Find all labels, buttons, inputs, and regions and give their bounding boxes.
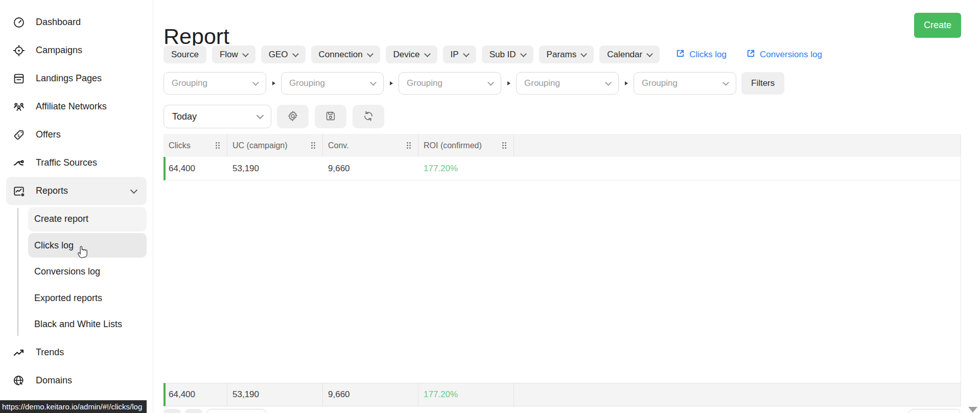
filter-chip-source[interactable]: Source bbox=[164, 45, 206, 63]
column-header-spacer bbox=[514, 134, 961, 157]
refresh-button[interactable] bbox=[353, 105, 384, 128]
table-row[interactable]: 64,400 53,190 9,660 177.20% bbox=[164, 157, 961, 180]
sidebar-item-dashboard[interactable]: Dashboard bbox=[0, 8, 153, 36]
external-link-icon bbox=[746, 49, 756, 61]
globe-cursor-icon bbox=[12, 374, 26, 387]
sidebar-item-label: Landings Pages bbox=[36, 73, 102, 84]
dashboard-gauge-icon bbox=[12, 16, 26, 29]
grouping-select-4[interactable]: Grouping bbox=[516, 72, 619, 95]
grouping-select-5[interactable]: Grouping bbox=[634, 72, 736, 95]
clicks-log-link[interactable]: Clicks log bbox=[675, 49, 727, 61]
chip-label: Connection bbox=[319, 50, 363, 60]
chevron-down-icon bbox=[722, 79, 729, 86]
chevron-down-icon bbox=[252, 79, 259, 86]
drag-handle-icon[interactable] bbox=[311, 142, 316, 149]
report-settings-button[interactable] bbox=[277, 105, 309, 128]
sidebar-item-conversions-log[interactable]: Conversions log bbox=[28, 260, 147, 284]
drag-handle-icon[interactable] bbox=[215, 142, 220, 149]
link-label: Clicks log bbox=[689, 50, 727, 60]
pagination-next-button[interactable] bbox=[185, 409, 202, 413]
chevron-down-icon bbox=[370, 79, 377, 86]
sidebar-subitem-label: Exported reports bbox=[34, 293, 102, 304]
chevron-down-icon bbox=[646, 51, 653, 57]
pagination-prev-button[interactable] bbox=[164, 409, 181, 413]
target-icon bbox=[12, 44, 26, 57]
chevron-down-icon bbox=[424, 51, 431, 57]
grouping-select-3[interactable]: Grouping bbox=[399, 72, 501, 95]
column-label: Conv. bbox=[323, 141, 349, 150]
filter-chip-params[interactable]: Params bbox=[539, 45, 594, 63]
chevron-down-icon bbox=[367, 51, 374, 57]
report-chart-gear-icon bbox=[12, 185, 26, 198]
chip-label: Flow bbox=[220, 50, 238, 60]
cell-uc-campaign: 53,190 bbox=[227, 157, 323, 180]
chevron-down-icon bbox=[292, 51, 299, 57]
cell-conv: 9,660 bbox=[323, 157, 418, 180]
sidebar-item-affiliate-networks[interactable]: Affiliate Networks bbox=[0, 93, 153, 121]
submenu-guide-line bbox=[17, 208, 18, 336]
date-range-select[interactable]: Today bbox=[164, 105, 271, 128]
column-label: UC (campaign) bbox=[227, 141, 288, 150]
date-range-value: Today bbox=[172, 111, 197, 122]
sidebar-item-domains[interactable]: Domains bbox=[0, 366, 153, 395]
filter-chip-device[interactable]: Device bbox=[386, 45, 437, 63]
pagination-rows-select[interactable] bbox=[908, 409, 961, 413]
sidebar-item-exported-reports[interactable]: Exported reports bbox=[28, 286, 147, 310]
column-header-uc-campaign[interactable]: UC (campaign) bbox=[227, 134, 323, 157]
sidebar-item-reports[interactable]: Reports bbox=[6, 177, 147, 205]
toolbar-row: Today bbox=[164, 105, 384, 128]
sidebar-item-label: Trends bbox=[36, 347, 64, 358]
grouping-select-1[interactable]: Grouping bbox=[164, 72, 266, 95]
link-label: Conversions log bbox=[760, 50, 822, 60]
sidebar-item-campaigns[interactable]: Campaigns bbox=[0, 36, 153, 64]
sidebar-item-black-and-white-lists[interactable]: Black and White Lists bbox=[28, 312, 147, 337]
save-icon bbox=[324, 110, 337, 124]
total-conv: 9,660 bbox=[323, 383, 418, 406]
filter-chip-ip[interactable]: IP bbox=[443, 45, 476, 63]
column-header-conv[interactable]: Conv. bbox=[323, 134, 418, 157]
sidebar-item-offers[interactable]: $ Offers bbox=[0, 121, 153, 149]
trending-up-icon bbox=[12, 346, 26, 359]
svg-text:$: $ bbox=[17, 133, 20, 138]
chip-label: Calendar bbox=[607, 50, 642, 60]
filter-chip-flow[interactable]: Flow bbox=[212, 45, 255, 63]
sidebar-item-clicks-log[interactable]: Clicks log bbox=[28, 233, 147, 258]
filter-chip-calendar[interactable]: Calendar bbox=[599, 45, 660, 63]
chevron-down-icon bbox=[463, 51, 470, 57]
filter-chip-connection[interactable]: Connection bbox=[311, 45, 380, 63]
report-table: Clicks UC (campaign) Conv. ROI (confirme… bbox=[164, 134, 961, 406]
branch-icon bbox=[12, 156, 26, 170]
drag-handle-icon[interactable] bbox=[406, 142, 411, 149]
sidebar-item-label: Offers bbox=[36, 129, 61, 140]
grouping-separator-arrow bbox=[619, 81, 634, 85]
pagination-page-size-select[interactable] bbox=[206, 409, 267, 413]
sidebar-item-label: Reports bbox=[36, 186, 68, 196]
sidebar-item-traffic-sources[interactable]: Traffic Sources bbox=[0, 149, 153, 177]
sidebar-item-create-report[interactable]: Create report bbox=[28, 207, 147, 232]
scrollbar-down-arrow[interactable] bbox=[968, 407, 977, 412]
filters-button[interactable]: Filters bbox=[741, 72, 784, 95]
chevron-down-icon bbox=[520, 51, 527, 57]
grouping-placeholder: Grouping bbox=[172, 78, 207, 88]
create-button[interactable]: Create bbox=[914, 13, 961, 38]
grouping-select-2[interactable]: Grouping bbox=[281, 72, 384, 95]
sidebar: Dashboard Campaigns Landings Pages Affil… bbox=[0, 0, 153, 413]
cell-roi-confirmed: 177.20% bbox=[418, 157, 514, 180]
reports-submenu: Create report Clicks log Conversions log… bbox=[0, 207, 153, 337]
column-label: Clicks bbox=[164, 141, 191, 150]
table-empty-area bbox=[164, 180, 961, 383]
column-header-clicks[interactable]: Clicks bbox=[164, 134, 227, 157]
drag-handle-icon[interactable] bbox=[502, 142, 507, 149]
sidebar-item-trends[interactable]: Trends bbox=[0, 338, 153, 366]
sidebar-item-landings-pages[interactable]: Landings Pages bbox=[0, 64, 153, 93]
column-header-roi-confirmed[interactable]: ROI (confirmed) bbox=[418, 134, 514, 157]
chevron-down-icon bbox=[256, 112, 264, 119]
conversions-log-link[interactable]: Conversions log bbox=[746, 49, 822, 61]
grouping-placeholder: Grouping bbox=[407, 78, 442, 88]
filter-chip-sub-id[interactable]: Sub ID bbox=[482, 45, 533, 63]
grouping-row: Grouping Grouping Grouping Grouping Grou… bbox=[164, 72, 784, 95]
chip-label: Params bbox=[547, 50, 577, 60]
filter-chip-geo[interactable]: GEO bbox=[261, 45, 306, 63]
chip-label: IP bbox=[451, 50, 459, 60]
save-report-button[interactable] bbox=[315, 105, 346, 128]
